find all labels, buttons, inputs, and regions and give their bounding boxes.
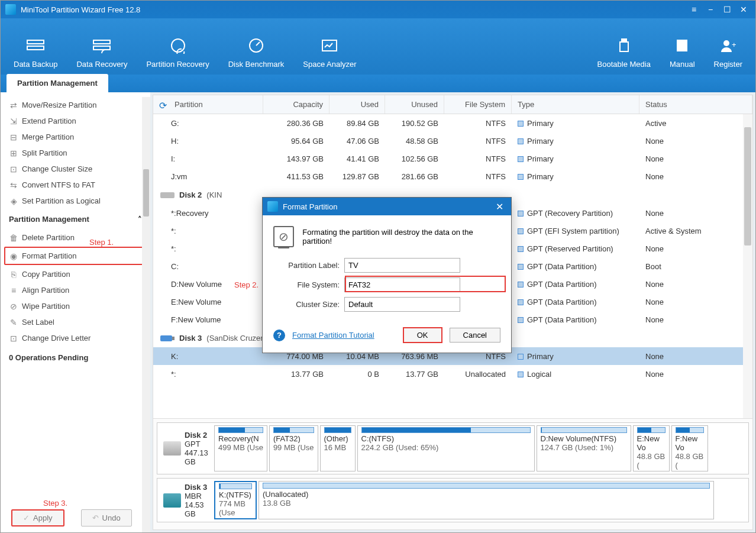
sidebar-op[interactable]: ⇆Convert NTFS to FAT (1, 177, 150, 193)
menu-icon[interactable]: ≡ (687, 2, 701, 17)
bootable-media-button[interactable]: Bootable Media (588, 36, 660, 69)
dialog-warning-text: Formating the partition will destroy the… (302, 228, 500, 245)
sidebar-op-delete-partition[interactable]: 🗑Delete Partition (1, 230, 150, 245)
disk-segment[interactable]: E:New Vo48.8 GB ( (633, 425, 670, 471)
svg-rect-2 (93, 40, 110, 44)
op-icon: ⎘ (9, 270, 18, 279)
disk-segment[interactable]: K:(NTFS)774 MB (Use (214, 481, 257, 519)
partition-label-input[interactable] (344, 258, 460, 273)
partition-row[interactable]: G:280.36 GB89.84 GB190.52 GBNTFSPrimaryA… (153, 114, 752, 132)
undo-icon: ↶ (92, 513, 99, 522)
op-icon: ⊡ (9, 334, 18, 343)
usb-disk-icon (160, 333, 175, 343)
data-backup-button[interactable]: Data Backup (4, 36, 67, 69)
sidebar-op[interactable]: ⊞Split Partition (1, 145, 150, 161)
dialog-close-button[interactable]: ✕ (492, 201, 506, 212)
file-system-label: File System: (273, 280, 344, 289)
tab-strip: Partition Management (1, 75, 755, 92)
operations-pending: 0 Operations Pending (1, 346, 150, 369)
usb-icon (615, 36, 634, 55)
cancel-button[interactable]: Cancel (450, 328, 500, 343)
user-plus-icon: + (719, 36, 738, 55)
help-icon[interactable]: ? (273, 330, 285, 341)
file-system-select[interactable]: FAT32 (344, 277, 460, 292)
refresh-icon[interactable]: ⟳ (159, 100, 167, 111)
step-1-label: Step 1. (89, 238, 114, 247)
register-button[interactable]: +Register (705, 36, 752, 69)
col-used[interactable]: Used (329, 95, 385, 114)
chevron-up-icon: ˄ (138, 215, 142, 224)
col-filesystem[interactable]: File System (444, 95, 512, 114)
svg-rect-14 (160, 335, 172, 341)
disk-benchmark-button[interactable]: Disk Benchmark (219, 36, 294, 69)
partition-row[interactable]: J:vm411.53 GB129.87 GB281.66 GBNTFSPrima… (153, 167, 752, 185)
book-icon (673, 36, 692, 55)
space-analyzer-button[interactable]: Space Analyzer (293, 36, 366, 69)
sidebar-op-copy-partition[interactable]: ⎘Copy Partition (1, 266, 150, 282)
sidebar-op[interactable]: ⊟Merge Partition (1, 129, 150, 145)
op-icon: ⊡ (9, 164, 18, 174)
col-unused[interactable]: Unused (385, 95, 444, 114)
col-type[interactable]: Type (512, 95, 639, 114)
sidebar-op[interactable]: ⇲Extend Partition (1, 113, 150, 129)
partition-row[interactable]: *:13.77 GB0 B13.77 GBUnallocatedLogicalN… (153, 365, 752, 383)
disk-segment[interactable]: (FAT32)99 MB (Use (269, 425, 318, 471)
recovery-icon (92, 36, 111, 55)
warning-disk-icon: ⊘ (273, 226, 294, 247)
svg-rect-13 (160, 192, 175, 198)
disk-icon (160, 190, 175, 199)
col-status[interactable]: Status (639, 95, 752, 114)
svg-line-6 (256, 42, 260, 46)
undo-button[interactable]: ↶Undo (81, 509, 132, 526)
data-recovery-button[interactable]: Data Recovery (67, 36, 137, 69)
maximize-button[interactable]: ☐ (720, 2, 734, 17)
close-button[interactable]: ✕ (736, 2, 751, 17)
grid-header: ⟳Partition Capacity Used Unused File Sys… (153, 95, 752, 114)
partition-recovery-icon (169, 36, 188, 55)
cluster-size-select[interactable]: Default (344, 297, 460, 312)
minimize-button[interactable]: − (703, 2, 718, 17)
dialog-title: Format Partition (283, 202, 492, 211)
disk-bar: Disk 2GPT447.13 GBRecovery(N499 MB (Use(… (157, 422, 749, 474)
op-icon: ⇆ (9, 180, 18, 190)
sidebar-op[interactable]: ⇄Move/Resize Partition (1, 97, 150, 113)
sidebar-op[interactable]: ⊡Change Cluster Size (1, 161, 150, 177)
step-2-label: Step 2. (234, 280, 259, 289)
sidebar-op-format-partition[interactable]: ◉Format Partition (4, 247, 147, 265)
apply-button[interactable]: ✓Apply (11, 509, 64, 526)
sidebar-scrollbar[interactable] (142, 97, 150, 532)
sidebar-op[interactable]: ◈Set Partition as Logical (1, 193, 150, 209)
disk-segment[interactable]: Recovery(N499 MB (Use (214, 425, 267, 471)
ok-button[interactable]: OK (403, 327, 442, 343)
sidebar-op-wipe-partition[interactable]: ⊘Wipe Partition (1, 298, 150, 314)
op-icon: ✎ (9, 318, 18, 327)
titlebar: MiniTool Partition Wizard Free 12.8 ≡ − … (1, 1, 755, 18)
backup-icon (26, 36, 45, 55)
sidebar-op-change-drive-letter[interactable]: ⊡Change Drive Letter (1, 330, 150, 346)
grid-scrollbar[interactable] (743, 114, 752, 418)
disk-segment[interactable]: (Other)16 MB (320, 425, 356, 471)
op-icon: ◉ (9, 251, 18, 261)
col-capacity[interactable]: Capacity (263, 95, 329, 114)
sidebar-section-header[interactable]: Partition Management˄ (1, 209, 150, 230)
svg-rect-7 (322, 40, 337, 51)
sidebar-op-set-label[interactable]: ✎Set Label (1, 314, 150, 330)
app-title: MiniTool Partition Wizard Free 12.8 (21, 5, 684, 14)
svg-rect-15 (172, 337, 175, 340)
sidebar-op-align-partition[interactable]: ≡Align Partition (1, 282, 150, 298)
col-partition[interactable]: Partition (175, 100, 203, 109)
tutorial-link[interactable]: Format Partition Tutorial (292, 331, 396, 340)
partition-recovery-button[interactable]: Partition Recovery (137, 36, 218, 69)
manual-button[interactable]: Manual (660, 36, 705, 69)
disk-segment[interactable]: D:New Volume(NTFS)124.7 GB (Used: 1%) (537, 425, 631, 471)
dialog-logo-icon (267, 201, 278, 212)
partition-row[interactable]: H:95.64 GB47.06 GB48.58 GBNTFSPrimaryNon… (153, 132, 752, 150)
tab-partition-management[interactable]: Partition Management (7, 74, 108, 92)
disk-segment[interactable]: F:New Vo48.8 GB ( (671, 425, 708, 471)
op-icon: ⊞ (9, 148, 18, 158)
partition-row[interactable]: I:143.97 GB41.41 GB102.56 GBNTFSPrimaryN… (153, 150, 752, 167)
disk-segment[interactable]: (Unallocated)13.8 GB (259, 481, 714, 519)
op-icon: ◈ (9, 196, 18, 206)
disk-segment[interactable]: C:(NTFS)224.2 GB (Used: 65%) (357, 425, 535, 471)
disk-bar: Disk 3MBR14.53 GBK:(NTFS)774 MB (Use(Una… (157, 478, 749, 522)
